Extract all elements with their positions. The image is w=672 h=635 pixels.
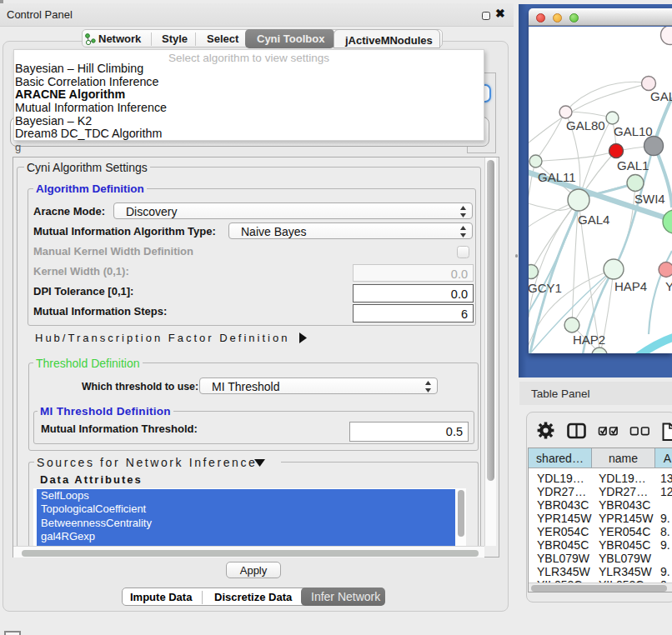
svg-text:HAP2: HAP2	[573, 332, 605, 347]
svg-text:Y: Y	[665, 279, 672, 293]
svg-text:GAL1: GAL1	[617, 158, 649, 172]
svg-text:GAL11: GAL11	[538, 170, 576, 184]
svg-text:HAP4: HAP4	[614, 279, 647, 293]
svg-text:GAL4: GAL4	[578, 212, 609, 227]
svg-text:GAL2: GAL2	[650, 89, 672, 103]
svg-text:GAL10: GAL10	[614, 124, 653, 138]
svg-text:GAL80: GAL80	[566, 118, 605, 132]
svg-text:SWI4: SWI4	[634, 192, 665, 206]
svg-text:GCY1: GCY1	[529, 281, 562, 295]
